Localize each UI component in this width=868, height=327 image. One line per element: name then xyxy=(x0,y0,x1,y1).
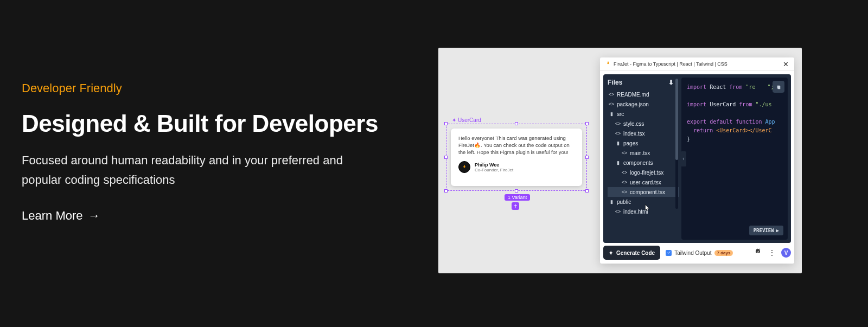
component-icon: ✦ xyxy=(452,117,456,123)
resize-handle[interactable] xyxy=(444,189,448,193)
folder-row[interactable]: ▮src xyxy=(608,109,679,119)
checkbox-checked-icon xyxy=(666,250,672,256)
play-icon: ▶ xyxy=(776,228,779,233)
collapse-files-button[interactable]: ‹ xyxy=(681,151,686,166)
folder-row[interactable]: ▮components xyxy=(608,158,679,168)
plugin-panel: FireJet - Figma to Typescript | React | … xyxy=(600,57,794,264)
close-icon[interactable]: ✕ xyxy=(783,61,789,68)
resize-handle[interactable] xyxy=(515,189,518,193)
preview-canvas: ✦ UserCard Hello everyone! This card was… xyxy=(438,48,802,273)
resize-handle[interactable] xyxy=(444,122,448,125)
code-icon: <> xyxy=(622,170,627,175)
add-variant-button[interactable]: + xyxy=(512,202,519,210)
folder-icon: ▮ xyxy=(609,111,614,117)
code-editor[interactable]: ‹ import React from "re"; import UserCar… xyxy=(681,78,788,240)
file-row[interactable]: <>README.md xyxy=(608,89,679,99)
plugin-title-text: FireJet - Figma to Typescript | React | … xyxy=(614,61,727,67)
folder-icon: ▮ xyxy=(609,199,614,204)
discord-icon[interactable] xyxy=(753,248,763,258)
folder-row[interactable]: ▮pages xyxy=(608,138,679,148)
author-name: Philip Wee xyxy=(475,162,513,168)
file-row-selected[interactable]: <>component.tsx xyxy=(608,187,679,197)
files-heading: Files xyxy=(608,79,622,86)
resize-handle[interactable] xyxy=(585,156,589,159)
code-icon: <> xyxy=(615,209,621,214)
resize-handle[interactable] xyxy=(515,122,518,125)
plugin-footer: ✦ Generate Code Tailwind Output 7 days ⋮… xyxy=(603,245,791,260)
copy-code-button[interactable] xyxy=(773,81,784,93)
file-row[interactable]: <>index.tsx xyxy=(608,129,679,138)
plugin-title: FireJet - Figma to Typescript | React | … xyxy=(605,60,727,68)
generate-code-button[interactable]: ✦ Generate Code xyxy=(603,246,660,260)
files-column: Files ⬇ <>README.md <>package.json ▮src … xyxy=(603,74,679,243)
file-row[interactable]: <>package.json xyxy=(608,99,679,109)
code-icon: <> xyxy=(622,189,627,195)
resize-handle[interactable] xyxy=(444,156,448,159)
file-row[interactable]: <>index.html xyxy=(608,207,679,216)
file-row[interactable]: <>main.tsx xyxy=(608,148,679,158)
eyebrow-text: Developer Friendly xyxy=(22,81,401,95)
card-author: Philip Wee Co-Founder, FireJet xyxy=(458,161,575,173)
code-icon: <> xyxy=(609,92,614,97)
scrollbar-track[interactable] xyxy=(675,79,678,209)
learn-more-link[interactable]: Learn More → xyxy=(22,209,100,223)
more-icon[interactable]: ⋮ xyxy=(768,248,776,257)
page-subheadline: Focused around human readability and in … xyxy=(22,151,369,189)
code-icon: <> xyxy=(622,179,627,185)
file-row[interactable]: <>user-card.tsx xyxy=(608,177,679,187)
frame-label-text: UserCard xyxy=(458,117,481,123)
folder-row[interactable]: ▮public xyxy=(608,197,679,207)
code-icon: <> xyxy=(615,121,621,126)
author-avatar xyxy=(458,161,470,173)
firejet-icon xyxy=(605,60,611,68)
page-headline: Designed & Built for Developers xyxy=(22,111,401,137)
resize-handle[interactable] xyxy=(585,122,589,125)
author-role: Co-Founder, FireJet xyxy=(475,168,513,172)
folder-icon: ▮ xyxy=(615,160,621,165)
download-icon[interactable]: ⬇ xyxy=(668,79,674,86)
learn-more-label: Learn More xyxy=(22,209,83,223)
folder-icon: ▮ xyxy=(615,140,621,146)
trial-badge: 7 days xyxy=(714,250,733,256)
resize-handle[interactable] xyxy=(585,189,589,193)
file-tree: <>README.md <>package.json ▮src <>style.… xyxy=(608,89,679,216)
user-card: Hello everyone! This card was generated … xyxy=(451,129,582,186)
plugin-body: Files ⬇ <>README.md <>package.json ▮src … xyxy=(603,74,791,243)
code-icon: <> xyxy=(609,101,614,107)
figma-frame-label: ✦ UserCard xyxy=(452,117,481,123)
user-avatar[interactable]: V xyxy=(781,248,791,258)
preview-button[interactable]: PREVIEW▶ xyxy=(749,226,783,235)
scrollbar-thumb[interactable] xyxy=(675,79,678,160)
variant-badge[interactable]: 1 Variant xyxy=(505,194,530,201)
code-icon: <> xyxy=(615,131,621,136)
code-icon: <> xyxy=(622,150,627,156)
tailwind-output-checkbox[interactable]: Tailwind Output 7 days xyxy=(666,250,733,256)
sparkle-icon: ✦ xyxy=(609,250,613,256)
arrow-right-icon: → xyxy=(88,209,100,223)
file-row[interactable]: <>style.css xyxy=(608,119,679,129)
figma-selection[interactable]: Hello everyone! This card was generated … xyxy=(446,124,587,191)
card-body-text: Hello everyone! This card was generated … xyxy=(458,135,575,156)
plugin-header: FireJet - Figma to Typescript | React | … xyxy=(600,57,794,71)
file-row[interactable]: <>logo-firejet.tsx xyxy=(608,168,679,177)
